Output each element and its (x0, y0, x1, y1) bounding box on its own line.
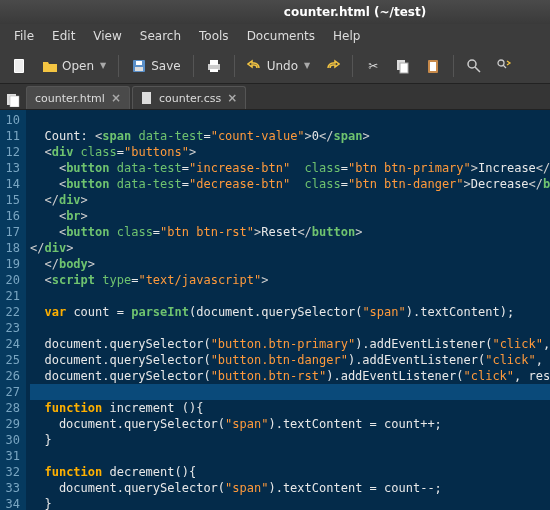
menu-file[interactable]: File (6, 26, 42, 46)
tab-label: counter.css (159, 92, 221, 105)
menu-tools[interactable]: Tools (191, 26, 237, 46)
tabbar: counter.html × counter.css × (0, 84, 550, 110)
scissors-icon: ✂ (365, 58, 381, 74)
svg-rect-6 (210, 60, 218, 65)
open-label: Open (62, 59, 94, 73)
save-button[interactable]: Save (125, 54, 186, 78)
chevron-down-icon: ▼ (304, 61, 310, 70)
code-editor[interactable]: 1011121314151617181920212223242526272829… (0, 110, 550, 510)
documents-icon[interactable] (4, 91, 22, 109)
file-icon (141, 92, 153, 104)
copy-button[interactable] (389, 54, 417, 78)
separator (193, 55, 194, 77)
chevron-down-icon: ▼ (100, 61, 106, 70)
paste-button[interactable] (419, 54, 447, 78)
find-button[interactable] (460, 54, 488, 78)
save-icon (131, 58, 147, 74)
line-gutter: 1011121314151617181920212223242526272829… (0, 110, 26, 510)
tab-counter-css[interactable]: counter.css × (132, 86, 246, 109)
svg-rect-11 (430, 62, 436, 71)
menu-view[interactable]: View (85, 26, 129, 46)
redo-icon (324, 58, 340, 74)
folder-open-icon (42, 58, 58, 74)
undo-label: Undo (267, 59, 298, 73)
svg-rect-9 (400, 63, 408, 73)
cut-button[interactable]: ✂ (359, 54, 387, 78)
find-replace-icon (496, 58, 512, 74)
menu-edit[interactable]: Edit (44, 26, 83, 46)
save-label: Save (151, 59, 180, 73)
svg-line-13 (475, 67, 480, 72)
window-titlebar: counter.html (~/test) (0, 0, 550, 24)
svg-rect-7 (210, 69, 218, 72)
clipboard-icon (425, 58, 441, 74)
toolbar: Open ▼ Save Undo ▼ ✂ (0, 48, 550, 84)
separator (234, 55, 235, 77)
menu-documents[interactable]: Documents (239, 26, 323, 46)
svg-rect-4 (135, 67, 143, 71)
svg-rect-1 (15, 60, 23, 72)
redo-button[interactable] (318, 54, 346, 78)
close-icon[interactable]: × (111, 91, 121, 105)
undo-button[interactable]: Undo ▼ (241, 54, 317, 78)
print-button[interactable] (200, 54, 228, 78)
separator (352, 55, 353, 77)
close-icon[interactable]: × (227, 91, 237, 105)
tab-label: counter.html (35, 92, 105, 105)
svg-line-15 (503, 65, 506, 68)
svg-rect-17 (10, 96, 19, 107)
search-icon (466, 58, 482, 74)
undo-icon (247, 58, 263, 74)
code-area[interactable]: Count: <span data-test="count-value">0</… (26, 110, 550, 510)
svg-rect-3 (136, 61, 142, 65)
separator (453, 55, 454, 77)
menu-search[interactable]: Search (132, 26, 189, 46)
new-file-icon (12, 58, 28, 74)
menubar: File Edit View Search Tools Documents He… (0, 24, 550, 48)
new-file-button[interactable] (6, 54, 34, 78)
svg-rect-18 (142, 92, 151, 104)
find-replace-button[interactable] (490, 54, 518, 78)
printer-icon (206, 58, 222, 74)
tab-counter-html[interactable]: counter.html × (26, 86, 130, 109)
separator (118, 55, 119, 77)
copy-icon (395, 58, 411, 74)
menu-help[interactable]: Help (325, 26, 368, 46)
svg-point-12 (468, 60, 476, 68)
window-title: counter.html (~/test) (284, 5, 426, 19)
open-button[interactable]: Open ▼ (36, 54, 112, 78)
